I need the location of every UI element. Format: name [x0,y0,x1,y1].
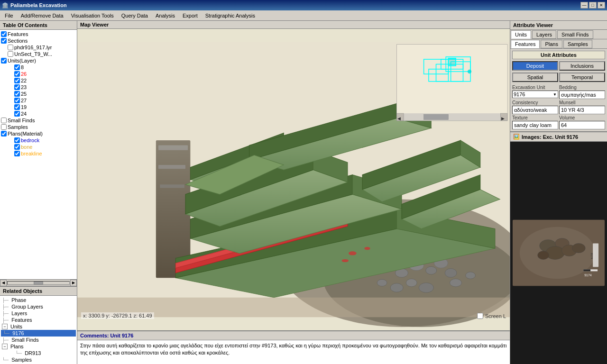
toc-unit-8[interactable]: 8 [1,64,76,71]
menu-add-remove-data[interactable]: Add/Remove Data [17,12,67,19]
toc-scroll-track[interactable] [7,281,70,285]
window-controls[interactable]: — □ ✕ [580,2,605,9]
toc-section: Table Of Contents Features Sections phdr… [0,21,77,286]
temporal-button[interactable]: Temporal [559,73,605,82]
toc-unit-23[interactable]: 23 [1,84,76,91]
close-button[interactable]: ✕ [598,2,605,9]
related-plans-expand[interactable]: − [2,344,8,349]
related-features[interactable]: ├─ Features [1,317,76,323]
app-title: Paliambela Excavation [10,2,67,8]
toc-sections[interactable]: Sections [1,37,76,44]
toc-phdr[interactable]: phdr916_917.lyr [1,44,76,51]
related-layers[interactable]: ├─ Layers [1,310,76,317]
screen-checkbox[interactable] [477,313,483,319]
sub-tab-plans[interactable]: Plans [541,40,562,48]
sub-tab-features[interactable]: Features [511,40,540,48]
svg-point-44 [364,247,370,250]
toc-unit22-checkbox[interactable] [14,78,20,83]
toc-unit-19[interactable]: 19 [1,104,76,110]
toc-units-layer[interactable]: Units(Layer) [1,57,76,64]
toc-features-checkbox[interactable] [1,31,7,37]
munsell-label: Munsell [559,100,605,105]
related-units[interactable]: − Units [1,323,76,330]
menu-analysis[interactable]: Analysis [152,12,179,19]
toc-plans[interactable]: Plans(Material) [1,130,76,137]
excavation-unit-cell: Excavation Unit 9176 ▼ [512,85,558,99]
toc-unit24-checkbox[interactable] [14,111,20,117]
map-3d-view[interactable]: ◀ ▶ [77,29,510,330]
toc-unit26-checkbox[interactable] [14,71,20,77]
excavation-unit-value[interactable]: 9176 ▼ [512,91,558,98]
toc-bone-checkbox[interactable] [14,144,20,150]
svg-text:▶: ▶ [501,116,505,121]
toc-small-finds[interactable]: Small Finds [1,117,76,124]
tab-units[interactable]: Units [511,30,531,39]
related-dr913-label: DR913 [25,350,41,356]
related-samples[interactable]: └─ Samples [1,356,76,363]
tab-layers[interactable]: Layers [532,30,556,39]
toc-samples-checkbox[interactable] [1,124,7,130]
toc-unit-22[interactable]: 22 [1,77,76,84]
toc-samples-label: Samples [8,124,28,130]
toc-sections-checkbox[interactable] [1,38,7,44]
toc-scrollbar[interactable]: ◀ ▶ [0,279,77,286]
toc-unsect[interactable]: UnSect_T9_W... [1,51,76,57]
spatial-button[interactable]: Spatial [512,73,558,82]
toc-unsect-checkbox[interactable] [8,51,13,57]
toc-units-checkbox[interactable] [1,58,7,64]
sub-tab-samples[interactable]: Samples [563,40,592,48]
related-phase[interactable]: ├─ Phase [1,297,76,303]
menu-query-data[interactable]: Query Data [118,12,152,19]
toc-unit27-checkbox[interactable] [14,98,20,103]
screen-label: Screen L [477,313,506,319]
toc-plans-checkbox[interactable] [1,131,7,136]
toc-breakline-checkbox[interactable] [14,151,20,156]
menu-stratigraphic-analysis[interactable]: Stratigraphic Analysis [202,12,259,19]
toc-unit8-label: 8 [21,64,24,70]
inclusions-button[interactable]: Inclusions [559,61,605,71]
toc-samples[interactable]: Samples [1,124,76,130]
related-unit-9176[interactable]: └─ 9176 [1,330,76,337]
minimize-button[interactable]: — [580,2,588,9]
related-small-finds[interactable]: ├─ Small Finds [1,337,76,343]
title-bar: 🏛️ Paliambela Excavation — □ ✕ [0,0,607,10]
toc-features[interactable]: Features [1,31,76,37]
toc-scroll-right[interactable]: ▶ [70,280,77,286]
toc-unit19-checkbox[interactable] [14,104,20,110]
related-phase-label: Phase [11,297,26,303]
menu-file[interactable]: File [1,12,17,19]
menu-export[interactable]: Export [179,12,202,19]
toc-small-finds-checkbox[interactable] [1,118,7,123]
toc-unit23-checkbox[interactable] [14,84,20,90]
toc-bedrock-checkbox[interactable] [14,137,20,143]
menu-visualisation-tools[interactable]: Visualisation Tools [67,12,118,19]
toc-unit25-checkbox[interactable] [14,91,20,97]
svg-point-13 [406,279,417,287]
toc-scroll-left[interactable]: ◀ [0,280,7,286]
toc-unit-26[interactable]: 26 [1,71,76,77]
map-content[interactable]: ◀ ▶ x: 3300.9 y: -26729.1 z: 61.49 Scree… [77,29,510,330]
toc-scroll-thumb[interactable] [34,282,43,284]
related-small-finds-label: Small Finds [11,337,38,343]
toc-unit-27[interactable]: 27 [1,97,76,104]
unit-attr-title: Unit Attributes [512,51,605,59]
volume-label: Volume [559,115,605,120]
images-content[interactable]: 9174 9174 [510,142,607,364]
related-dr913[interactable]: └─ DR913 [1,350,76,356]
toc-breakline[interactable]: breakline [1,150,76,157]
toc-unit-24[interactable]: 24 [1,110,76,117]
related-group-layers[interactable]: ├─ Group Layers [1,303,76,310]
toc-bone[interactable]: bone [1,144,76,150]
deposit-button[interactable]: Deposit [512,61,558,71]
toc-bedrock[interactable]: bedrock [1,137,76,144]
toc-phdr-checkbox[interactable] [8,45,13,50]
toc-unit-25[interactable]: 25 [1,91,76,97]
related-plans[interactable]: − Plans [1,343,76,350]
related-units-expand[interactable]: − [2,324,8,329]
toc-unit8-checkbox[interactable] [14,64,20,70]
tab-small-finds[interactable]: Small Finds [557,30,593,39]
toc-content[interactable]: Features Sections phdr916_917.lyr UnSect… [0,30,77,279]
svg-rect-19 [158,165,185,169]
maximize-button[interactable]: □ [589,2,597,9]
screen-label-text: Screen L [485,313,506,319]
